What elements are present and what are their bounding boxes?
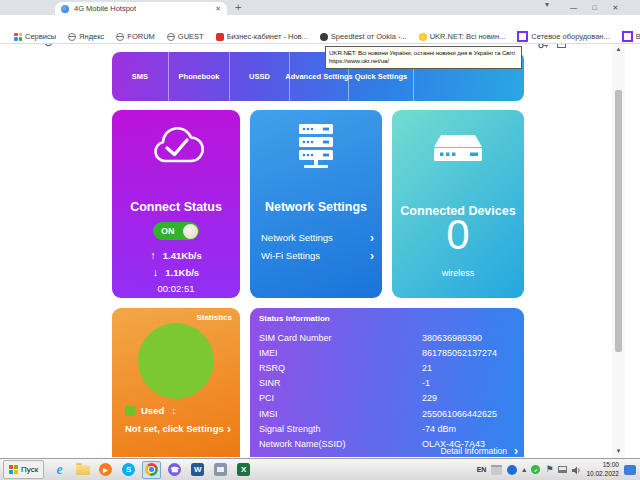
tray-app-icon[interactable]: [507, 465, 517, 475]
taskbar-apps: e ▶ S ☎ W X: [50, 461, 253, 479]
messenger-tray-icon[interactable]: [624, 465, 636, 475]
taskbar-media-player[interactable]: ▶: [96, 461, 115, 479]
usb-safely-remove-icon[interactable]: ✔: [531, 465, 540, 474]
tab-sms[interactable]: SMS: [112, 52, 169, 101]
taskbar-clock[interactable]: 15:00 10.02.2022: [586, 461, 619, 479]
table-row: IMSI 255061066442625: [259, 406, 515, 421]
action-center-flag-icon[interactable]: ⚑: [545, 465, 553, 474]
usage-legend: Used :: [125, 405, 175, 416]
chevron-right-icon: ›: [370, 234, 374, 242]
table-row: PCI 229: [259, 391, 515, 406]
window-maximize-button[interactable]: □: [586, 1, 603, 14]
taskbar-skype[interactable]: S: [119, 461, 138, 479]
wifi-settings-link[interactable]: Wi-Fi Settings ›: [261, 250, 374, 261]
tab-close-icon[interactable]: ✕: [215, 5, 221, 13]
connected-devices-card: Connected Devices 0 wireless: [392, 110, 524, 298]
toggle-on-label: ON: [161, 226, 175, 236]
upload-speed-row: ↑ 1.41Kb/s: [112, 249, 240, 261]
statistics-card: Statistics Used : Not set, click Setting…: [112, 308, 240, 457]
connect-status-card: Connect Status ON ↑ 1.41Kb/s ↓ 1.1Kb/s 0…: [112, 110, 240, 298]
table-row: Signal Strength -74 dBm: [259, 421, 515, 436]
system-tray: EN ▴ ✔ ⚑ 15:00 10.02.2022: [477, 461, 640, 479]
browser-toolbar: ← → Не защищено 192.168.0.1/index.html#m…: [0, 15, 640, 30]
taskbar-internet-explorer[interactable]: e: [50, 461, 69, 479]
bookmark-yandex[interactable]: Яндекс: [68, 32, 104, 41]
network-status-icon[interactable]: [558, 466, 567, 473]
chevron-right-icon: ›: [227, 425, 231, 433]
taskbar: Пуск e ▶ S ☎ W X EN ▴ ✔ ⚑ 15:00: [0, 458, 640, 480]
tooltip-title: UKR.NET: Всі новини України, останні нов…: [329, 49, 518, 58]
new-tab-button[interactable]: +: [235, 1, 241, 13]
globe-icon: [68, 33, 76, 41]
detail-information-link[interactable]: Detail Information ›: [440, 446, 518, 456]
tab-favicon-icon: [61, 5, 69, 13]
tab-phonebook[interactable]: Phonebook: [169, 52, 230, 101]
internet-explorer-icon: e: [57, 462, 63, 478]
bookmark-business-cabinet[interactable]: Бизнес-кабинет - Нов...: [216, 32, 308, 41]
bookmark-speedtest[interactable]: Speedtest от Ookla -...: [320, 32, 407, 41]
statistics-settings-link[interactable]: Not set, click Settings ›: [125, 423, 231, 434]
bookmark-services[interactable]: Сервисы: [14, 32, 56, 41]
tab-ussd[interactable]: USSD: [230, 52, 290, 101]
bookmark-ukrnet[interactable]: UKR.NET: Всі новин...: [419, 32, 506, 41]
download-speed-row: ↓ 1.1Kb/s: [112, 266, 240, 278]
dark-circle-icon: [320, 33, 328, 41]
scrollbar-thumb[interactable]: [615, 90, 622, 352]
connect-toggle[interactable]: ON: [153, 222, 199, 240]
network-settings-title: Network Settings: [250, 200, 382, 214]
excel-icon: X: [237, 463, 250, 476]
bookmark-forum[interactable]: FORUM: [116, 32, 155, 41]
skype-icon: S: [122, 463, 135, 476]
bookmark-terra-goods[interactable]: Все товары от Терр...: [622, 31, 640, 42]
bookmark-network-equipment[interactable]: Сетевое оборудован...: [517, 31, 609, 42]
show-hidden-icons[interactable]: ▴: [522, 466, 526, 474]
browser-tab[interactable]: 4G Mobile Hotspot ✕: [55, 2, 227, 15]
bookmark-guest[interactable]: GUEST: [167, 32, 204, 41]
clock-time: 15:00: [586, 461, 619, 470]
taskbar-excel[interactable]: X: [234, 461, 253, 479]
cloud-check-icon: [112, 126, 240, 168]
table-row: IMEI 861785052137274: [259, 345, 515, 360]
window-minimize-button[interactable]: —: [565, 1, 582, 14]
folder-icon: [76, 465, 90, 475]
taskbar-word[interactable]: W: [188, 461, 207, 479]
status-information-title: Status Information: [259, 314, 330, 323]
sun-icon: [419, 33, 427, 41]
page-scrollbar[interactable]: ▲ ▼: [612, 44, 625, 458]
tooltip-url: https://www.ukr.net/ua/: [329, 57, 518, 66]
chevron-right-icon: ›: [370, 252, 374, 260]
chevron-right-icon: ›: [514, 447, 518, 455]
tab-search-icon[interactable]: ▾: [545, 0, 549, 9]
chrome-icon: [145, 463, 158, 476]
taskbar-chrome-active[interactable]: [142, 461, 161, 479]
table-row: RSRQ 21: [259, 360, 515, 375]
window-close-button[interactable]: ✕: [607, 1, 624, 14]
globe-icon: [116, 33, 124, 41]
connected-devices-unit: wireless: [392, 268, 524, 278]
language-indicator[interactable]: EN: [477, 466, 487, 473]
toggle-knob: [183, 224, 198, 239]
taskbar-viber[interactable]: ☎: [165, 461, 184, 479]
upload-arrow-icon: ↑: [150, 249, 156, 261]
network-settings-link[interactable]: Network Settings ›: [261, 232, 374, 243]
usage-pie-chart: [138, 323, 214, 399]
scroll-down-icon[interactable]: ▼: [612, 448, 625, 454]
photos-icon: [214, 463, 227, 476]
tab-title: 4G Mobile Hotspot: [74, 4, 210, 13]
start-button[interactable]: Пуск: [3, 460, 44, 479]
taskbar-photos[interactable]: [211, 461, 230, 479]
word-icon: W: [191, 463, 204, 476]
purple-site-icon: [622, 31, 633, 42]
connection-duration: 00:02:51: [112, 283, 240, 294]
printer-icon[interactable]: [491, 465, 502, 475]
taskbar-file-manager[interactable]: [73, 461, 92, 479]
screen: 4G Mobile Hotspot ✕ + ▾ — □ ✕ ← → Не защ…: [0, 0, 640, 480]
connected-devices-count[interactable]: 0: [392, 214, 524, 256]
scroll-up-icon[interactable]: ▲: [612, 46, 625, 52]
router-icon: [392, 134, 524, 164]
server-icon: [250, 124, 382, 170]
status-information-card: Status Information SIM Card Number 38063…: [250, 308, 524, 457]
download-arrow-icon: ↓: [153, 266, 159, 278]
volume-icon[interactable]: [572, 461, 581, 479]
network-settings-card: Network Settings Network Settings › Wi-F…: [250, 110, 382, 298]
